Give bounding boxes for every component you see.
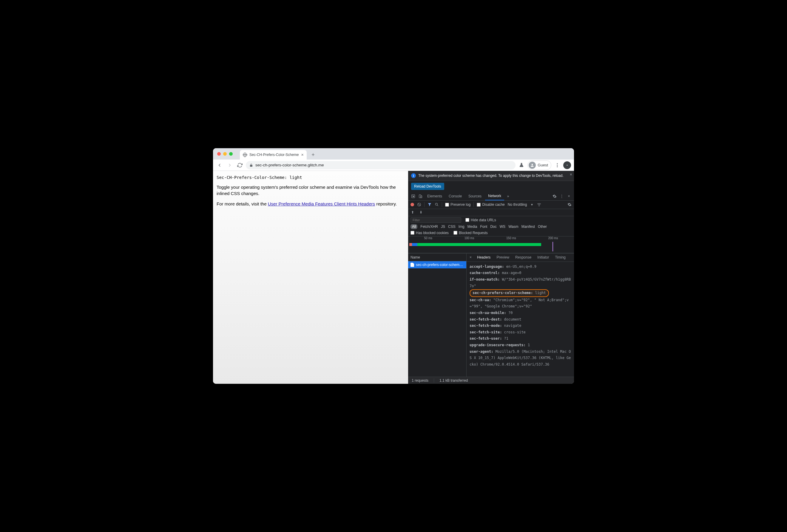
divider — [434, 378, 434, 383]
tab-elements[interactable]: Elements — [424, 192, 445, 200]
blocked-cookies-checkbox[interactable]: Has blocked cookies — [410, 231, 449, 235]
header-line: user-agent: Mozilla/5.0 (Macintosh; Inte… — [470, 349, 571, 368]
type-chip-font[interactable]: Font — [480, 225, 487, 229]
headers-list[interactable]: accept-language: en-US,en;q=0.9cache-con… — [467, 262, 574, 377]
header-line: sec-ch-ua-mobile: ?0 — [470, 310, 571, 316]
device-icon[interactable] — [417, 194, 424, 198]
reload-button[interactable] — [236, 161, 244, 170]
globe-icon — [243, 153, 247, 157]
reload-devtools-button[interactable]: Reload DevTools — [411, 183, 444, 190]
banner-close-icon[interactable]: × — [570, 172, 572, 177]
forward-button[interactable] — [226, 161, 234, 170]
wifi-icon[interactable] — [537, 202, 541, 207]
blocked-cookies-label: Has blocked cookies — [416, 231, 449, 235]
minimize-window-button[interactable] — [223, 152, 227, 156]
close-window-button[interactable] — [217, 152, 221, 156]
detail-tab-timing[interactable]: Timing — [553, 253, 568, 262]
header-line: sec-fetch-dest: document — [470, 316, 571, 323]
detail-close-icon[interactable]: × — [468, 255, 473, 260]
new-tab-button[interactable]: + — [310, 152, 316, 158]
labs-icon[interactable] — [517, 161, 526, 170]
detail-tab-response[interactable]: Response — [513, 253, 534, 262]
maximize-window-button[interactable] — [229, 152, 233, 156]
chevron-down-icon[interactable]: ▾ — [530, 202, 534, 207]
network-timeline[interactable]: 50 ms100 ms150 ms200 ms — [408, 237, 574, 253]
type-chip-doc[interactable]: Doc — [490, 225, 496, 229]
detail-tab-preview[interactable]: Preview — [494, 253, 512, 262]
download-icon[interactable]: ⬇ — [419, 210, 423, 215]
type-chip-all[interactable]: All — [410, 224, 417, 229]
type-chip-wasm[interactable]: Wasm — [508, 225, 518, 229]
lock-icon — [249, 163, 253, 167]
detail-tab-headers[interactable]: Headers — [475, 253, 493, 262]
window-controls — [217, 152, 233, 156]
network-settings-icon[interactable] — [568, 202, 572, 207]
devtools-tab-bar: Elements Console Sources Network » ⋮ × — [408, 192, 574, 201]
type-chip-img[interactable]: Img — [459, 225, 465, 229]
upload-icon[interactable]: ⬆ — [410, 210, 415, 215]
header-line: upgrade-insecure-requests: 1 — [470, 342, 571, 349]
settings-icon[interactable] — [551, 194, 558, 198]
tab-console[interactable]: Console — [446, 192, 465, 200]
type-chip-manifest[interactable]: Manifest — [522, 225, 535, 229]
address-bar[interactable]: sec-ch-prefers-color-scheme.glitch.me — [246, 161, 515, 170]
kebab-icon[interactable]: ⋮ — [558, 194, 565, 198]
type-chip-other[interactable]: Other — [538, 225, 547, 229]
filter-input[interactable] — [410, 217, 461, 223]
type-chip-js[interactable]: JS — [441, 225, 445, 229]
timeline-tick: 200 ms — [548, 237, 558, 241]
devtools-close-icon[interactable]: × — [566, 194, 572, 198]
extensions-button[interactable] — [563, 161, 571, 169]
svg-point-2 — [557, 164, 558, 165]
header-line: accept-language: en-US,en;q=0.9 — [470, 264, 571, 270]
banner-text: The system-preferred color scheme has ch… — [418, 173, 571, 178]
browser-menu-button[interactable] — [553, 161, 561, 170]
page-header-line: Sec-CH-Prefers-Color-Scheme: light — [217, 175, 405, 180]
filter-icon[interactable] — [427, 202, 432, 207]
request-list: Name sec-ch-prefers-color-scheme… — [408, 253, 467, 377]
throttling-select[interactable]: No throttling — [508, 202, 527, 207]
url-text: sec-ch-prefers-color-scheme.glitch.me — [255, 163, 324, 167]
more-tabs-icon[interactable]: » — [505, 194, 511, 198]
back-button[interactable] — [215, 161, 224, 170]
browser-tab[interactable]: Sec-CH-Prefers-Color-Scheme × — [240, 150, 307, 159]
clear-icon[interactable] — [417, 202, 421, 207]
page-content: Sec-CH-Prefers-Color-Scheme: light Toggl… — [213, 171, 408, 384]
tab-strip: Sec-CH-Prefers-Color-Scheme × + — [213, 148, 574, 159]
type-chip-fetchxhr[interactable]: Fetch/XHR — [420, 225, 438, 229]
network-status-bar: 1 requests 1.1 kB transferred — [408, 377, 574, 384]
type-chip-css[interactable]: CSS — [448, 225, 455, 229]
client-hints-link[interactable]: User Preference Media Features Client Hi… — [268, 201, 375, 206]
detail-tab-initiator[interactable]: Initiator — [535, 253, 551, 262]
type-filter-chips: AllFetch/XHRJSCSSImgMediaFontDocWSWasmMa… — [410, 224, 547, 229]
para2-prefix: For more details, visit the — [217, 201, 268, 206]
timeline-tick: 150 ms — [506, 237, 516, 241]
disable-cache-checkbox[interactable]: Disable cache — [477, 202, 505, 207]
tab-sources[interactable]: Sources — [465, 192, 485, 200]
search-icon[interactable] — [435, 202, 439, 207]
inspect-icon[interactable] — [410, 194, 417, 198]
type-chip-media[interactable]: Media — [467, 225, 477, 229]
browser-toolbar: sec-ch-prefers-color-scheme.glitch.me Gu… — [213, 159, 574, 171]
network-filter-section: Hide data URLs AllFetch/XHRJSCSSImgMedia… — [408, 216, 574, 237]
close-tab-icon[interactable]: × — [301, 152, 303, 157]
name-column-header[interactable]: Name — [408, 253, 466, 261]
transferred-size: 1.1 kB transferred — [440, 378, 468, 383]
type-chip-ws[interactable]: WS — [500, 225, 505, 229]
svg-point-1 — [557, 163, 558, 164]
request-name: sec-ch-prefers-color-scheme… — [416, 263, 464, 267]
blocked-requests-checkbox[interactable]: Blocked Requests — [453, 231, 488, 235]
profile-label: Guest — [538, 163, 548, 167]
svg-point-3 — [557, 166, 558, 167]
preserve-log-checkbox[interactable]: Preserve log — [445, 202, 470, 207]
tab-network[interactable]: Network — [485, 192, 504, 200]
page-paragraph-2: For more details, visit the User Prefere… — [217, 201, 405, 207]
record-button[interactable] — [410, 203, 414, 206]
timeline-marker — [553, 242, 553, 251]
profile-chip[interactable]: Guest — [528, 160, 551, 170]
header-line: sec-fetch-site: cross-site — [470, 329, 571, 336]
header-line: if-none-match: W/"3b4-puYz4Q5/GV7nZfWtr/… — [470, 276, 571, 289]
page-paragraph-1: Toggle your operating system's preferred… — [217, 184, 405, 197]
request-row[interactable]: sec-ch-prefers-color-scheme… — [408, 261, 466, 268]
hide-data-urls-checkbox[interactable]: Hide data URLs — [465, 218, 496, 222]
